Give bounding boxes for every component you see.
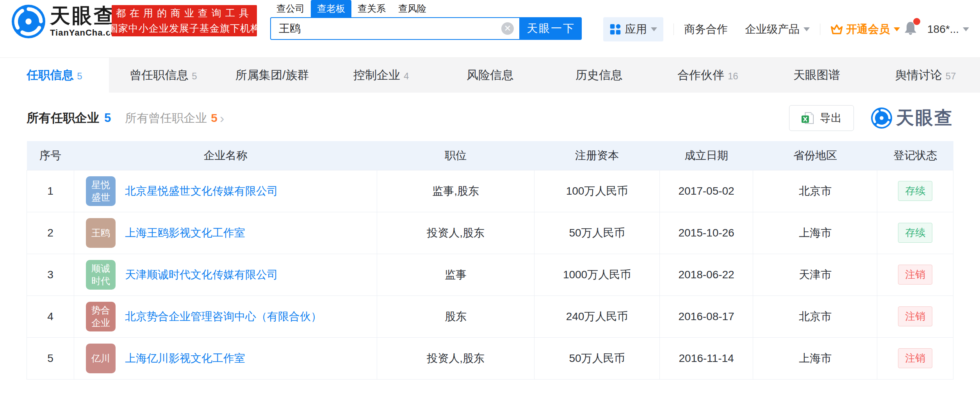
account-menu[interactable]: 186*... bbox=[927, 23, 969, 36]
section-header: 所有任职企业 5 所有曾任职企业 5 › 导出 bbox=[27, 93, 953, 141]
section-title-count: 5 bbox=[104, 111, 111, 125]
detail-tab-label: 合作伙伴 bbox=[677, 67, 724, 83]
cell-capital: 100万人民币 bbox=[535, 170, 659, 212]
detail-tab[interactable]: 任职信息 5 bbox=[0, 58, 109, 93]
vip-label: 开通会员 bbox=[846, 22, 890, 37]
nav-divider bbox=[820, 23, 820, 35]
detail-tab[interactable]: 风险信息 bbox=[436, 58, 545, 93]
detail-tab-count: 5 bbox=[77, 71, 82, 82]
notification-badge bbox=[913, 18, 920, 25]
status-badge: 注销 bbox=[898, 348, 932, 368]
search-button[interactable]: 天眼一下 bbox=[520, 17, 582, 40]
detail-tab[interactable]: 控制企业 4 bbox=[327, 58, 436, 93]
promo-banner: 都在用的商业查询工具 国家中小企业发展子基金旗下机构 bbox=[112, 5, 257, 36]
company-logo-badge: 王鸥 bbox=[86, 218, 116, 248]
detail-tab[interactable]: 舆情讨论 57 bbox=[871, 58, 980, 93]
company-link[interactable]: 上海亿川影视文化工作室 bbox=[125, 351, 245, 366]
cell-capital: 240万人民币 bbox=[535, 296, 659, 337]
search-input[interactable] bbox=[271, 22, 501, 35]
cell-company: 王鸥 上海王鸥影视文化工作室 bbox=[74, 218, 377, 248]
apps-menu-button[interactable]: 应用 bbox=[603, 17, 663, 41]
column-header: 成立日期 bbox=[659, 141, 753, 170]
tianyancha-watermark: 天眼查 bbox=[871, 106, 953, 130]
detail-tab-count: 5 bbox=[192, 71, 197, 82]
cell-date: 2016-11-14 bbox=[659, 337, 753, 379]
search-scope-tab[interactable]: 查老板 bbox=[311, 0, 351, 17]
cell-region: 上海市 bbox=[753, 337, 877, 379]
cell-status: 存续 bbox=[877, 170, 953, 212]
detail-tab[interactable]: 曾任职信息 5 bbox=[109, 58, 218, 93]
vip-upgrade-button[interactable]: 开通会员 bbox=[830, 22, 900, 37]
chevron-down-icon bbox=[963, 27, 969, 31]
chevron-right-icon: › bbox=[220, 111, 224, 125]
apps-menu-label: 应用 bbox=[625, 22, 647, 37]
search-box: ✕ 天眼一下 bbox=[270, 17, 582, 40]
crown-icon bbox=[830, 24, 843, 35]
nav-item-cooperation[interactable]: 商务合作 bbox=[684, 22, 728, 37]
main-content: 所有任职企业 5 所有曾任职企业 5 › 导出 bbox=[0, 93, 980, 394]
tianyancha-swirl-icon bbox=[12, 5, 45, 38]
detail-tab-label: 控制企业 bbox=[353, 67, 400, 83]
detail-tab-strip: 任职信息 5 曾任职信息 5 所属集团/族群 控制企业 4 风险信息 历史信息 … bbox=[0, 57, 980, 93]
promo-banner-line1: 都在用的商业查询工具 bbox=[116, 7, 253, 20]
company-logo-badge: 势合企业 bbox=[86, 302, 116, 331]
status-badge: 注销 bbox=[898, 306, 932, 326]
company-logo-badge: 亿川 bbox=[86, 344, 116, 373]
status-badge: 存续 bbox=[898, 181, 932, 201]
company-link[interactable]: 上海王鸥影视文化工作室 bbox=[125, 226, 245, 240]
column-header: 序号 bbox=[27, 141, 74, 170]
cell-status: 注销 bbox=[877, 254, 953, 296]
cell-company: 星悦盛世 北京星悦盛世文化传媒有限公司 bbox=[74, 176, 377, 206]
company-logo-badge: 星悦盛世 bbox=[86, 176, 116, 206]
detail-tab[interactable]: 天眼图谱 bbox=[762, 58, 871, 93]
cell-index: 5 bbox=[27, 337, 74, 379]
companies-table: 序号企业名称职位注册资本成立日期省份地区登记状态 1 星悦盛世 北京星悦盛世文化… bbox=[27, 141, 953, 380]
detail-tab-count: 16 bbox=[728, 71, 738, 82]
column-header: 省份地区 bbox=[753, 141, 877, 170]
status-badge: 注销 bbox=[898, 265, 932, 285]
nav-item-enterprise[interactable]: 企业级产品 bbox=[745, 22, 810, 37]
tianyancha-swirl-icon bbox=[871, 107, 892, 129]
cell-position: 投资人,股东 bbox=[377, 337, 534, 379]
cell-position: 投资人,股东 bbox=[377, 212, 534, 254]
column-header: 职位 bbox=[377, 141, 534, 170]
table-row: 2 王鸥 上海王鸥影视文化工作室 投资人,股东 50万人民币 2015-10-2… bbox=[27, 212, 953, 254]
detail-tab-label: 所属集团/族群 bbox=[235, 67, 309, 83]
cell-region: 天津市 bbox=[753, 254, 877, 296]
cell-position: 监事 bbox=[377, 254, 534, 296]
cell-capital: 1000万人民币 bbox=[535, 254, 659, 296]
table-row: 1 星悦盛世 北京星悦盛世文化传媒有限公司 监事,股东 100万人民币 2017… bbox=[27, 170, 953, 212]
promo-banner-line2: 国家中小企业发展子基金旗下机构 bbox=[108, 22, 260, 35]
search-scope-tab[interactable]: 查风险 bbox=[392, 0, 433, 17]
detail-tab-label: 风险信息 bbox=[467, 67, 513, 83]
export-button[interactable]: 导出 bbox=[789, 105, 854, 131]
cell-status: 存续 bbox=[877, 212, 953, 254]
column-header: 注册资本 bbox=[535, 141, 659, 170]
table-header-row: 序号企业名称职位注册资本成立日期省份地区登记状态 bbox=[27, 141, 953, 170]
detail-tab[interactable]: 历史信息 bbox=[544, 58, 653, 93]
cell-capital: 50万人民币 bbox=[535, 337, 659, 379]
detail-tab-label: 历史信息 bbox=[576, 67, 622, 83]
former-companies-link[interactable]: 所有曾任职企业 5 › bbox=[125, 110, 224, 126]
cell-region: 北京市 bbox=[753, 296, 877, 337]
detail-tab[interactable]: 合作伙伴 16 bbox=[653, 58, 762, 93]
search-scope-tab[interactable]: 查关系 bbox=[351, 0, 392, 17]
company-link[interactable]: 北京星悦盛世文化传媒有限公司 bbox=[125, 184, 278, 199]
tianyancha-logo[interactable]: 天眼查 TianYanCha.com bbox=[12, 5, 125, 38]
cell-region: 上海市 bbox=[753, 212, 877, 254]
notifications-button[interactable] bbox=[904, 21, 917, 38]
cell-status: 注销 bbox=[877, 296, 953, 337]
company-link[interactable]: 北京势合企业管理咨询中心（有限合伙） bbox=[125, 309, 322, 324]
detail-tab[interactable]: 所属集团/族群 bbox=[218, 58, 327, 93]
company-link[interactable]: 天津顺诚时代文化传媒有限公司 bbox=[125, 267, 278, 282]
nav-divider bbox=[674, 23, 674, 35]
detail-tab-count: 57 bbox=[946, 71, 956, 82]
cell-region: 北京市 bbox=[753, 170, 877, 212]
search-scope-tab[interactable]: 查公司 bbox=[270, 0, 311, 17]
chevron-down-icon bbox=[804, 27, 810, 31]
clear-search-icon[interactable]: ✕ bbox=[501, 22, 514, 35]
company-logo-badge: 顺诚时代 bbox=[86, 260, 116, 290]
cell-date: 2015-10-26 bbox=[659, 212, 753, 254]
export-label: 导出 bbox=[820, 111, 842, 125]
column-header: 企业名称 bbox=[74, 141, 377, 170]
